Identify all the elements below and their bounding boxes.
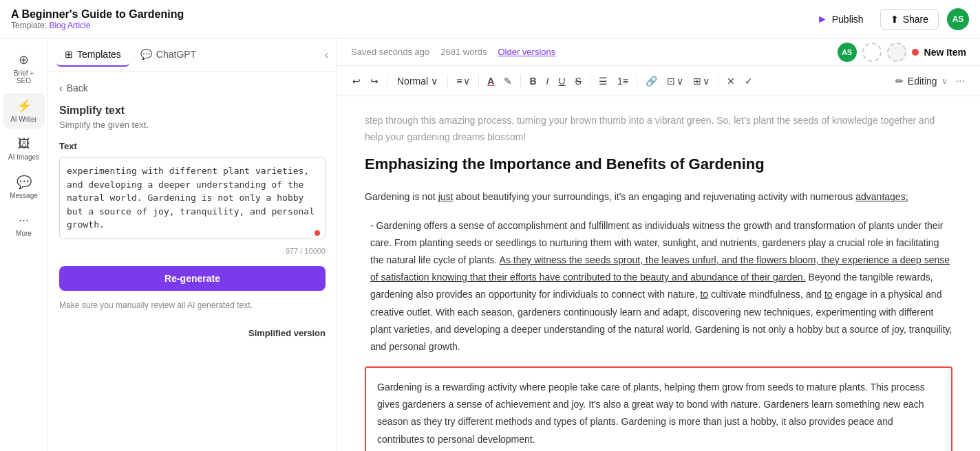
avatar-gray (887, 43, 906, 62)
sidebar-item-message[interactable]: 💬 Message (3, 169, 45, 205)
table-chevron-icon: ∨ (703, 76, 710, 87)
simplify-description: Simplify the given text. (59, 120, 326, 130)
tab-chatgpt[interactable]: 💬 ChatGPT (132, 43, 204, 67)
back-label: Back (67, 82, 88, 94)
sidebar-item-label: Brief + SEO (6, 69, 42, 85)
redo-button[interactable]: ↪ (366, 73, 383, 89)
sidebar-item-brief-seo[interactable]: ⊕ Brief + SEO (3, 47, 45, 90)
bold-button[interactable]: B (525, 73, 540, 89)
editor-area: Saved seconds ago 2681 words Older versi… (337, 38, 980, 451)
editing-chevron-icon: ∨ (941, 76, 948, 86)
back-link[interactable]: ‹ Back (59, 82, 326, 94)
sidebar-item-label: Message (10, 192, 38, 199)
underline-button[interactable]: U (554, 73, 569, 89)
template-prefix: Template: (11, 21, 47, 30)
regenerate-button[interactable]: Re-generate (59, 266, 326, 291)
user-avatar[interactable]: AS (947, 8, 969, 30)
text-area-wrapper: experimenting with different plant varie… (59, 157, 326, 241)
sidebar-item-more[interactable]: ··· More (3, 208, 45, 243)
image-chevron-icon: ∨ (677, 76, 683, 87)
align-button[interactable]: ≡ ∨ (452, 73, 474, 89)
new-item-button[interactable]: New Item (924, 47, 966, 58)
spellcheck-button[interactable]: ✓ (741, 73, 757, 89)
editor-meta-bar: Saved seconds ago 2681 words Older versi… (337, 38, 980, 66)
sidebar-item-ai-writer[interactable]: ⚡ AI Writer (3, 93, 45, 129)
undo-button[interactable]: ↩ (348, 73, 365, 89)
editor-content: step through this amazing process, turni… (337, 96, 980, 451)
italic-icon: I (546, 76, 549, 87)
recording-indicator (315, 230, 320, 236)
tab-templates[interactable]: ⊞ Templates (56, 43, 129, 67)
toolbar-divider-5 (590, 74, 590, 88)
editor-toolbar: ↩ ↪ Normal ∨ ≡ ∨ A (337, 66, 980, 96)
bullet-list-button[interactable]: ☰ (595, 73, 612, 89)
style-label: Normal (397, 76, 428, 87)
char-count: 977 / 10000 (59, 247, 326, 255)
ordered-list-button[interactable]: 1≡ (613, 73, 632, 89)
text-label: Text (59, 141, 326, 151)
simplify-title: Simplify text (59, 104, 326, 117)
share-icon: ⬆ (891, 14, 899, 25)
share-button[interactable]: ⬆ Share (880, 9, 939, 30)
share-label: Share (903, 14, 928, 25)
to-link-1: to (700, 289, 708, 300)
italic-button[interactable]: I (542, 73, 553, 89)
toolbar-divider-2 (447, 74, 448, 88)
older-versions-link[interactable]: Older versions (498, 47, 555, 57)
ai-images-icon: 🖼 (18, 137, 30, 151)
back-chevron-icon: ‹ (59, 82, 63, 94)
underline-icon: U (558, 76, 565, 87)
template-link[interactable]: Blog Article (49, 21, 90, 30)
highlight-button[interactable]: ✎ (500, 73, 516, 89)
highlighted-text: Gardening is a rewarding activity where … (377, 379, 940, 448)
brief-seo-icon: ⊕ (19, 52, 29, 67)
editor-bullet-1: - Gardening offers a sense of accomplish… (365, 217, 952, 356)
strikethrough-button[interactable]: S (571, 73, 586, 89)
page-title: A Beginner's Guide to Gardening (11, 8, 184, 21)
publish-arrow-icon: ► (817, 13, 828, 25)
bold-icon: B (529, 76, 536, 87)
link-button[interactable]: 🔗 (641, 73, 661, 89)
more-icon: ··· (19, 213, 29, 228)
editor-avatar[interactable]: AS (838, 43, 857, 62)
sidebar-item-label: AI Images (8, 153, 39, 161)
main-row: ⊕ Brief + SEO ⚡ AI Writer 🖼 AI Images 💬 … (0, 38, 980, 451)
advantages-underline: advantages; (855, 191, 908, 202)
spellcheck-icon: ✓ (745, 76, 753, 87)
redo-icon: ↪ (370, 76, 379, 87)
panel-collapse-button[interactable]: ‹ (325, 49, 328, 61)
clear-format-icon: ✕ (727, 76, 735, 87)
font-color-icon: A (487, 76, 494, 87)
highlighted-simplified-box: Gardening is a rewarding activity where … (365, 366, 952, 451)
ordered-list-icon: 1≡ (617, 76, 628, 87)
table-button[interactable]: ⊞ ∨ (689, 73, 714, 89)
toolbar-divider-4 (520, 74, 521, 88)
editor-heading[interactable]: Emphasizing the Importance and Benefits … (365, 154, 952, 175)
toolbar-divider-1 (387, 74, 387, 88)
toolbar-more-button[interactable]: ··· (952, 72, 969, 90)
underline-sentence: As they witness the seeds sprout, the le… (370, 254, 950, 283)
align-icon: ≡ (456, 76, 462, 87)
image-icon: ⊡ (667, 76, 675, 87)
link-icon: 🔗 (646, 76, 657, 87)
icon-sidebar: ⊕ Brief + SEO ⚡ AI Writer 🖼 AI Images 💬 … (0, 38, 48, 451)
sidebar-item-label: More (16, 230, 32, 237)
chatgpt-tab-icon: 💬 (140, 49, 152, 60)
toolbar-divider-7 (718, 74, 718, 88)
simplify-textarea[interactable]: experimenting with different plant varie… (59, 157, 326, 239)
sidebar-item-ai-images[interactable]: 🖼 AI Images (3, 131, 45, 166)
editing-label: Editing (908, 76, 937, 87)
panel-tabs: ⊞ Templates 💬 ChatGPT ‹ (48, 38, 337, 72)
undo-icon: ↩ (352, 76, 361, 87)
publish-button[interactable]: ► Publish (809, 9, 872, 30)
style-select[interactable]: Normal ∨ (392, 73, 443, 89)
font-color-button[interactable]: A (483, 73, 498, 89)
clear-format-button[interactable]: ✕ (723, 73, 739, 89)
chatgpt-tab-label: ChatGPT (156, 49, 196, 60)
template-subtitle: Template: Blog Article (11, 21, 184, 30)
editor-para-1: Gardening is not just about beautifying … (365, 188, 952, 206)
word-count: 2681 words (440, 47, 487, 57)
image-button[interactable]: ⊡ ∨ (663, 73, 688, 89)
to-link-2: to (824, 289, 833, 300)
ai-writer-icon: ⚡ (17, 98, 32, 113)
